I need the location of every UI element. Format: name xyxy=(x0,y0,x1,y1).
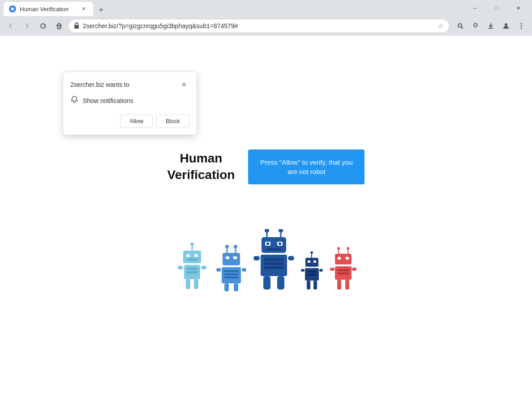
popup-permission-row: Show notifications xyxy=(70,95,189,106)
svg-rect-78 xyxy=(338,273,349,274)
tab-favicon xyxy=(9,5,16,13)
svg-rect-16 xyxy=(187,259,197,260)
popup-close-button[interactable]: ✕ xyxy=(179,79,189,90)
window-controls: ─ □ ✕ xyxy=(465,0,528,16)
svg-rect-37 xyxy=(224,283,229,291)
zoom-button[interactable] xyxy=(453,19,468,33)
svg-rect-28 xyxy=(223,253,240,265)
forward-button[interactable] xyxy=(20,19,34,33)
active-tab[interactable]: Human Verification ✕ xyxy=(4,2,93,16)
svg-rect-15 xyxy=(194,254,198,257)
refresh-button[interactable] xyxy=(36,19,50,33)
address-bar[interactable]: 2sercher.biz/?p=gizgcnrqgu5gi3bphayq&sub… xyxy=(68,19,450,33)
svg-rect-32 xyxy=(224,270,238,272)
tab-close-button[interactable]: ✕ xyxy=(80,5,88,13)
tab-strip: Human Verification ✕ + xyxy=(4,0,465,16)
svg-point-42 xyxy=(279,229,283,233)
svg-point-8 xyxy=(521,23,522,25)
popup-buttons: Allow Block xyxy=(70,115,189,128)
notification-popup: 2sercher.biz wants to ✕ Show notificatio… xyxy=(63,72,197,135)
new-tab-button[interactable]: + xyxy=(95,4,107,16)
svg-point-1 xyxy=(11,8,14,10)
svg-rect-34 xyxy=(224,277,238,278)
svg-rect-33 xyxy=(224,273,238,275)
svg-rect-79 xyxy=(330,268,335,271)
svg-rect-23 xyxy=(194,279,198,289)
svg-rect-13 xyxy=(183,251,201,263)
robots-illustration xyxy=(174,229,358,292)
extensions-button[interactable] xyxy=(468,19,483,33)
svg-point-58 xyxy=(310,252,313,254)
svg-rect-21 xyxy=(201,266,206,269)
svg-point-27 xyxy=(234,245,237,248)
block-button[interactable]: Block xyxy=(156,115,189,128)
svg-rect-59 xyxy=(305,258,318,267)
svg-rect-82 xyxy=(345,280,349,290)
svg-rect-50 xyxy=(264,258,283,261)
permission-text: Show notifications xyxy=(83,97,133,104)
page-content: 2sercher.biz wants to ✕ Show notificatio… xyxy=(0,36,532,405)
svg-point-72 xyxy=(347,247,349,250)
svg-rect-54 xyxy=(288,256,294,260)
download-button[interactable] xyxy=(484,19,498,33)
svg-line-5 xyxy=(461,27,463,29)
svg-rect-55 xyxy=(263,276,270,290)
svg-rect-53 xyxy=(253,256,260,260)
svg-rect-35 xyxy=(216,268,221,272)
svg-rect-81 xyxy=(337,280,341,290)
svg-rect-68 xyxy=(313,281,317,290)
robot-5 xyxy=(329,247,358,292)
svg-rect-77 xyxy=(338,269,349,271)
svg-rect-63 xyxy=(307,271,317,273)
svg-rect-19 xyxy=(187,271,197,273)
allow-button[interactable]: Allow xyxy=(120,115,153,128)
robot-4 xyxy=(300,252,324,292)
svg-rect-30 xyxy=(233,256,237,259)
verification-title: Human Verification xyxy=(167,150,235,183)
svg-rect-47 xyxy=(279,243,281,245)
svg-rect-74 xyxy=(338,257,341,260)
popup-header: 2sercher.biz wants to ✕ xyxy=(70,79,189,90)
maximize-button[interactable]: □ xyxy=(486,0,507,16)
tab-title: Human Verification xyxy=(20,6,76,13)
profile-button[interactable] xyxy=(499,19,513,33)
svg-rect-52 xyxy=(264,266,283,269)
svg-rect-14 xyxy=(186,254,190,257)
svg-rect-56 xyxy=(277,276,284,290)
svg-rect-80 xyxy=(352,268,356,271)
close-button[interactable]: ✕ xyxy=(508,0,528,16)
svg-rect-61 xyxy=(313,260,316,263)
home-button[interactable] xyxy=(52,19,66,33)
svg-rect-38 xyxy=(234,283,238,291)
svg-rect-3 xyxy=(74,25,79,29)
svg-rect-49 xyxy=(261,255,287,276)
svg-rect-46 xyxy=(266,243,269,245)
robot-2 xyxy=(215,245,248,292)
minimize-button[interactable]: ─ xyxy=(465,0,485,16)
title-bar: Human Verification ✕ + ─ □ ✕ xyxy=(0,0,532,16)
back-button[interactable] xyxy=(4,19,18,33)
svg-rect-2 xyxy=(58,26,60,29)
svg-point-40 xyxy=(265,229,269,233)
svg-rect-75 xyxy=(346,257,349,260)
verification-cta: Press "Allow" to verify, that you are no… xyxy=(248,149,365,184)
bell-icon xyxy=(70,95,78,106)
svg-point-25 xyxy=(225,245,229,248)
svg-rect-22 xyxy=(186,279,190,289)
svg-rect-51 xyxy=(264,262,283,265)
verification-section: Human Verification Press "Allow" to veri… xyxy=(167,149,365,184)
svg-rect-73 xyxy=(335,254,352,264)
bookmark-icon[interactable]: ☆ xyxy=(438,22,444,30)
svg-rect-67 xyxy=(307,281,310,290)
robot-1 xyxy=(174,243,210,292)
menu-button[interactable] xyxy=(514,19,528,33)
svg-point-12 xyxy=(190,243,194,246)
popup-title: 2sercher.biz wants to xyxy=(70,81,129,88)
svg-rect-20 xyxy=(178,266,183,269)
verification-heading-line2: Verification xyxy=(167,168,235,182)
svg-point-10 xyxy=(521,28,522,29)
svg-point-70 xyxy=(337,247,340,250)
svg-rect-36 xyxy=(242,268,246,272)
url-text: 2sercher.biz/?p=gizgcnrqgu5gi3bphayq&sub… xyxy=(83,22,434,30)
robot-3 xyxy=(253,229,295,292)
